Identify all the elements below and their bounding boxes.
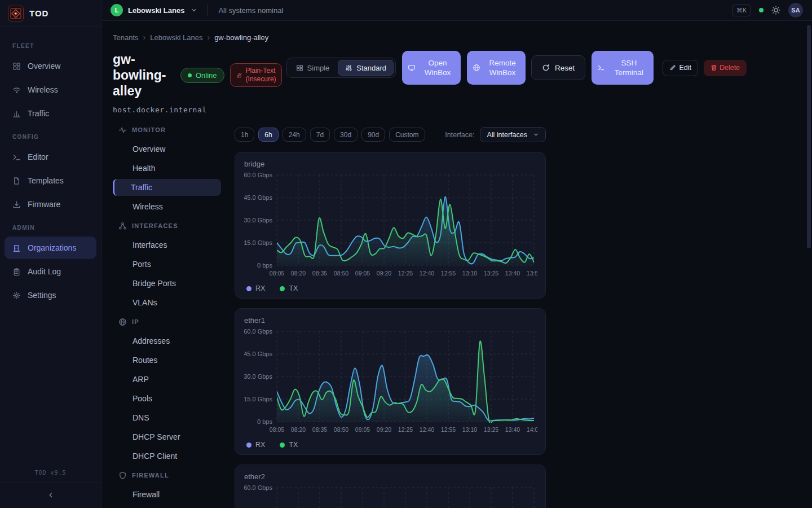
x-axis-tick-label: 12:55 <box>441 270 456 277</box>
remote-winbox-button[interactable]: Remote WinBox <box>467 51 526 85</box>
terminal-icon <box>597 64 605 72</box>
device-nav-item-ports[interactable]: Ports <box>113 256 221 273</box>
ssh-terminal-button[interactable]: SSH Terminal <box>592 51 654 85</box>
legend-item-rx: RX <box>246 441 265 449</box>
x-axis-tick-label: 08:50 <box>334 426 348 433</box>
breadcrumb-item[interactable]: Lebowski Lanes <box>150 33 202 42</box>
x-axis-tick-label: 14:00 <box>527 426 537 433</box>
device-nav-item-health[interactable]: Health <box>113 160 221 177</box>
device-nav-item-dns[interactable]: DNS <box>113 409 221 426</box>
chart-plot-area: 60.0 Gbps45.0 Gbps30.0 Gbps15.0 Gbps0 bp… <box>244 170 537 282</box>
device-nav-item-firewall[interactable]: Firewall <box>113 486 221 503</box>
interface-select-value: All interfaces <box>487 131 527 139</box>
device-nav-item-routes[interactable]: Routes <box>113 352 221 369</box>
device-nav-section-label: INTERFACES <box>132 222 178 229</box>
gear-icon <box>12 291 21 300</box>
device-body: MONITOROverviewHealthTrafficWirelessINTE… <box>113 119 812 508</box>
monitor-icon <box>408 64 416 72</box>
theme-toggle-button[interactable] <box>771 6 780 15</box>
device-nav-item-dhcp-server[interactable]: DHCP Server <box>113 428 221 445</box>
sidebar-collapse-button[interactable] <box>43 489 59 501</box>
time-range-30d[interactable]: 30d <box>334 128 358 142</box>
trash-icon <box>710 64 717 71</box>
delete-button[interactable]: Delete <box>704 60 747 76</box>
app-version: TOD v9.5 <box>0 470 101 483</box>
time-range-7d[interactable]: 7d <box>310 128 330 142</box>
legend-label: RX <box>255 441 265 449</box>
legend-label: RX <box>255 284 265 292</box>
device-nav-item-bridge-ports[interactable]: Bridge Ports <box>113 275 221 292</box>
sliders-icon <box>345 64 352 72</box>
chart-plot-area: 60.0 Gbps45.0 Gbps30.0 Gbps15.0 Gbps0 bp… <box>244 483 537 508</box>
sidebar-section-label: FLEET <box>5 35 96 54</box>
open-winbox-button[interactable]: Open WinBox <box>402 51 461 85</box>
app-logo-icon <box>8 6 24 21</box>
sidebar-item-traffic[interactable]: Traffic <box>5 102 96 125</box>
device-nav-item-vlans[interactable]: VLANs <box>113 294 221 311</box>
mode-standard-option[interactable]: Standard <box>338 60 394 76</box>
breadcrumb-item: gw-bowling-alley <box>214 33 268 42</box>
user-avatar[interactable]: SA <box>788 3 803 17</box>
breadcrumb-item[interactable]: Tenants <box>113 33 139 42</box>
interface-select[interactable]: All interfaces <box>480 127 546 142</box>
y-axis-tick-label: 15.0 Gbps <box>244 396 272 402</box>
device-nav-item-dhcp-client[interactable]: DHCP Client <box>113 448 221 465</box>
device-nav-item-wireless[interactable]: Wireless <box>113 198 221 215</box>
activity-icon <box>118 126 127 134</box>
device-nav-item-addresses[interactable]: Addresses <box>113 332 221 349</box>
chart-icon <box>12 110 21 118</box>
shield-icon <box>118 471 127 480</box>
app-sidebar: TOD FLEETOverviewWirelessTrafficCONFIGEd… <box>0 0 102 508</box>
pencil-icon <box>669 64 676 71</box>
sidebar-item-organizations[interactable]: Organizations <box>5 237 96 259</box>
sidebar-item-wireless[interactable]: Wireless <box>5 78 96 101</box>
legend-dot-icon <box>280 443 285 448</box>
vertical-scrollbar[interactable] <box>807 25 811 248</box>
edit-button[interactable]: Edit <box>663 60 698 76</box>
time-range-custom[interactable]: Custom <box>389 128 425 142</box>
device-nav-section-label: FIREWALL <box>132 472 169 479</box>
sidebar-item-editor[interactable]: Editor <box>5 146 96 168</box>
topbar-divider <box>208 5 208 16</box>
mode-simple-option[interactable]: Simple <box>289 60 337 76</box>
time-range-90d[interactable]: 90d <box>361 128 385 142</box>
time-range-6h[interactable]: 6h <box>258 128 278 142</box>
main-area: L Lebowski Lanes All systems nominal ⌘K <box>102 0 812 508</box>
command-palette-shortcut[interactable]: ⌘K <box>732 5 751 16</box>
x-axis-tick-label: 09:05 <box>355 270 370 277</box>
x-axis-tick-label: 09:20 <box>377 426 391 433</box>
sidebar-item-settings[interactable]: Settings <box>5 284 96 306</box>
file-icon <box>12 177 21 185</box>
tenant-switcher[interactable]: L Lebowski Lanes <box>111 4 197 16</box>
device-nav-item-mangle[interactable]: Mangle <box>113 505 221 508</box>
y-axis-tick-label: 15.0 Gbps <box>244 239 272 246</box>
sidebar-item-firmware[interactable]: Firmware <box>5 193 96 216</box>
x-axis-tick-label: 12:25 <box>398 270 413 277</box>
y-axis-tick-label: 60.0 Gbps <box>244 484 272 491</box>
device-nav-item-overview[interactable]: Overview <box>113 141 221 157</box>
device-actions: Simple Standard <box>286 51 747 85</box>
sidebar-item-overview[interactable]: Overview <box>5 55 96 77</box>
time-range-1h[interactable]: 1h <box>235 128 254 142</box>
x-axis-tick-label: 13:10 <box>462 426 477 433</box>
sidebar-item-label: Traffic <box>28 109 49 118</box>
sidebar-item-label: Editor <box>28 152 48 161</box>
y-axis-tick-label: 60.0 Gbps <box>244 172 272 178</box>
status-badge: Online <box>180 68 224 83</box>
reset-button[interactable]: Reset <box>531 55 585 80</box>
sidebar-item-audit-log[interactable]: Audit Log <box>5 260 96 283</box>
sidebar-item-templates[interactable]: Templates <box>5 169 96 192</box>
device-nav-item-pools[interactable]: Pools <box>113 390 221 407</box>
x-axis-tick-label: 13:55 <box>527 270 537 277</box>
device-nav-item-interfaces[interactable]: Interfaces <box>113 237 221 253</box>
device-nav-item-traffic[interactable]: Traffic <box>113 179 221 196</box>
device-nav-item-arp[interactable]: ARP <box>113 371 221 388</box>
device-nav-section-interfaces: INTERFACES <box>113 217 221 234</box>
x-axis-tick-label: 13:25 <box>484 426 498 433</box>
traffic-chart-bridge: bridge60.0 Gbps45.0 Gbps30.0 Gbps15.0 Gb… <box>235 152 546 299</box>
time-range-24h[interactable]: 24h <box>283 128 306 142</box>
sidebar-item-label: Templates <box>28 176 64 185</box>
clipboard-icon <box>12 268 21 276</box>
x-axis-tick-label: 08:20 <box>291 270 306 277</box>
sidebar-section-label: CONFIG <box>5 126 96 144</box>
